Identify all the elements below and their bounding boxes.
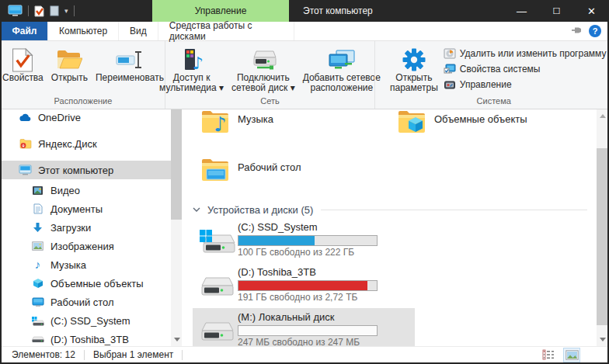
drive-c-icon xyxy=(196,220,238,262)
properties-shortcut-icon[interactable] xyxy=(34,5,44,17)
sidebar-item-drive-c[interactable]: (C:) SSD_System xyxy=(2,311,171,330)
open-settings-button[interactable]: Открыть параметры xyxy=(386,44,442,93)
system-drive-icon xyxy=(31,316,44,326)
open-settings-label-2: параметры xyxy=(390,83,438,93)
drive-tile-c[interactable]: (C:) SSD_System 100 ГБ свободно из 222 Г… xyxy=(193,218,415,263)
files-pane: ♪ Музыка Объемные объекты Рабочий стол xyxy=(182,109,597,346)
navigation-scrollbar-down-icon[interactable] xyxy=(174,338,180,341)
sidebar-label: Этот компьютер xyxy=(38,165,113,176)
drive-usage-bar xyxy=(238,325,378,336)
add-network-location-button[interactable]: Добавить сетевое расположение xyxy=(299,44,385,93)
manage-button[interactable]: Управление xyxy=(444,78,607,91)
sidebar-item-yandex-disk[interactable]: Яндекс.Диск xyxy=(2,134,171,153)
drive-tile-d[interactable]: (D:) Toshiba_3TB 191 ГБ свободно из 2,72… xyxy=(193,263,415,308)
drive-usage-fill xyxy=(238,281,367,290)
main-scrollbar-down-icon[interactable] xyxy=(600,338,606,341)
pin-ribbon-icon[interactable] xyxy=(571,26,583,37)
sidebar-item-drive-d[interactable]: (D:) Toshiba_3TB xyxy=(2,330,171,346)
sidebar-item-3d-objects[interactable]: Объемные объекты xyxy=(2,274,171,293)
contextual-tab-header[interactable]: Управление xyxy=(152,0,289,22)
system-properties-icon xyxy=(444,63,456,75)
3d-objects-folder-icon xyxy=(389,109,434,134)
sidebar-item-downloads[interactable]: Загрузки xyxy=(2,218,171,237)
status-separator xyxy=(182,350,183,360)
folder-tile-music[interactable]: ♪ Музыка xyxy=(193,109,389,154)
drive-m-icon xyxy=(196,310,238,346)
rename-icon xyxy=(116,47,144,73)
status-separator xyxy=(84,350,85,360)
uninstall-program-button[interactable]: Удалить или изменить программу xyxy=(444,47,607,60)
sidebar-item-this-pc[interactable]: Этот компьютер xyxy=(2,161,171,179)
open-label: Открыть xyxy=(51,73,88,83)
tab-file[interactable]: Файл xyxy=(2,22,48,40)
thumbnail-view-button[interactable] xyxy=(564,348,579,362)
sidebar-item-video[interactable]: Видео xyxy=(2,181,171,199)
navigation-pane: OneDrive Яндекс.Диск Этот компьютер Виде… xyxy=(2,109,171,346)
details-view-button[interactable] xyxy=(541,348,556,362)
manage-label: Управление xyxy=(460,79,512,90)
sidebar-label: Рабочий стол xyxy=(50,296,114,308)
map-network-drive-button[interactable]: Подключить сетевой диск ▾ xyxy=(228,44,299,93)
system-properties-button[interactable]: Свойства системы xyxy=(444,63,607,75)
ribbon-group-network: ♪ Доступ к мультимедиа ▾ Подключить сете… xyxy=(165,41,374,109)
music-folder-icon: ♪ xyxy=(193,109,238,134)
help-icon[interactable]: ? xyxy=(589,25,601,37)
drive-tile-m[interactable]: (M:) Локальный диск 247 МБ свободно из 2… xyxy=(193,308,415,346)
drive-usage-bar xyxy=(238,235,378,246)
desktop-icon xyxy=(31,297,44,307)
ribbon-tab-bar: Файл Компьютер Вид Средства работы с дис… xyxy=(2,22,607,41)
properties-icon xyxy=(12,47,33,73)
new-folder-shortcut-icon[interactable] xyxy=(50,5,59,16)
close-button[interactable]: ✕ xyxy=(574,0,609,22)
qat-separator xyxy=(74,5,75,16)
map-network-drive-label-2: сетевой диск ▾ xyxy=(231,83,295,93)
open-folder-icon xyxy=(56,47,82,73)
folder-tile-desktop[interactable]: Рабочий стол xyxy=(193,154,389,203)
drive-icon xyxy=(31,336,44,343)
sidebar-item-pictures[interactable]: Изображения xyxy=(2,237,171,255)
status-bar: Элементов: 12 Выбран 1 элемент xyxy=(2,346,607,362)
sidebar-label: Загрузки xyxy=(50,222,91,234)
settings-gear-icon xyxy=(402,47,426,73)
tab-disk-tools[interactable]: Средства работы с дисками xyxy=(158,22,294,40)
this-pc-icon[interactable] xyxy=(8,5,23,17)
section-collapse-chevron-icon[interactable] xyxy=(193,207,200,212)
drive-free-space: 247 МБ свободно из 247 МБ xyxy=(238,337,378,346)
properties-button[interactable]: Свойства xyxy=(0,44,47,83)
drive-name: (D:) Toshiba_3TB xyxy=(238,266,378,279)
manage-icon xyxy=(444,78,456,91)
section-header-rule xyxy=(321,210,587,210)
music-note-icon: ♪ xyxy=(31,260,44,269)
sidebar-item-onedrive[interactable]: OneDrive xyxy=(2,109,171,127)
group-label-network: Сеть xyxy=(165,95,374,109)
sidebar-item-desktop[interactable]: Рабочий стол xyxy=(2,293,171,311)
navigation-scrollbar-thumb[interactable] xyxy=(171,109,182,220)
uninstall-program-label: Удалить или изменить программу xyxy=(460,48,607,59)
sidebar-label: Изображения xyxy=(50,241,114,252)
drive-free-space: 191 ГБ свободно из 2,72 ТБ xyxy=(238,292,378,303)
sidebar-label: Видео xyxy=(50,185,80,196)
navigation-scrollbar[interactable] xyxy=(171,109,182,346)
minimize-button[interactable]: — xyxy=(504,0,539,22)
section-header-label: Устройства и диски (5) xyxy=(207,204,313,216)
main-scrollbar-thumb[interactable] xyxy=(597,148,607,325)
main-scrollbar[interactable] xyxy=(597,109,607,346)
qat-customize-chevron-icon[interactable]: ▾ xyxy=(64,7,68,15)
sidebar-label: Объемные объекты xyxy=(50,278,144,289)
tab-computer[interactable]: Компьютер xyxy=(48,22,119,40)
sidebar-label: (D:) Toshiba_3TB xyxy=(50,334,129,345)
status-selection-count: Выбран 1 элемент xyxy=(93,349,173,360)
svg-text:♪: ♪ xyxy=(193,54,204,72)
tab-view[interactable]: Вид xyxy=(119,22,158,40)
drive-usage-fill xyxy=(238,236,315,245)
open-button[interactable]: Открыть xyxy=(47,44,92,83)
main-scrollbar-up-icon[interactable] xyxy=(600,114,606,118)
sidebar-label: Музыка xyxy=(50,259,86,271)
maximize-button[interactable]: ☐ xyxy=(539,0,574,22)
window-controls: — ☐ ✕ xyxy=(504,0,609,22)
folder-tile-3d-objects[interactable]: Объемные объекты xyxy=(389,109,586,154)
rename-label: Переименовать xyxy=(96,73,164,83)
sidebar-item-music[interactable]: ♪ Музыка xyxy=(2,255,171,274)
sidebar-item-documents[interactable]: Документы xyxy=(2,199,171,218)
media-access-button[interactable]: ♪ Доступ к мультимедиа ▾ xyxy=(155,44,228,93)
